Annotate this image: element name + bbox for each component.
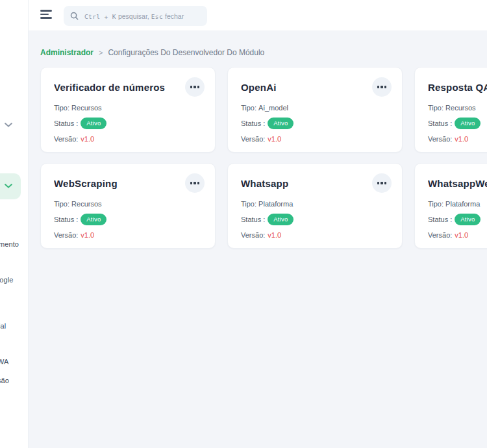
breadcrumb: Administrador > Configurações Do Desenvo… (40, 48, 264, 57)
status-badge: Ativo (455, 118, 481, 129)
ellipsis-icon (190, 182, 192, 184)
versao-value: v1.0 (268, 231, 281, 239)
chevron-down-icon[interactable] (4, 122, 13, 128)
module-title: OpenAi (241, 82, 277, 93)
status-label: Status : (241, 119, 265, 127)
tipo-value: Plataforma (445, 200, 480, 208)
more-options-button[interactable] (372, 173, 392, 193)
status-badge: Ativo (81, 214, 106, 225)
menu-icon (40, 10, 52, 11)
sidebar-item-label[interactable]: ial (0, 322, 6, 330)
ellipsis-icon (377, 86, 379, 88)
breadcrumb-root[interactable]: Administrador (40, 48, 94, 57)
tipo-label: Tipo: (54, 104, 69, 112)
module-card: Whatsapp Tipo: Plataforma Status :Ativo … (227, 163, 403, 249)
status-badge: Ativo (268, 118, 293, 129)
search-icon (70, 12, 79, 20)
tipo-label: Tipo: (241, 200, 256, 208)
versao-value: v1.0 (81, 135, 94, 143)
status-label: Status : (428, 119, 452, 127)
versao-label: Versão: (241, 135, 265, 143)
module-title: Resposta QAR (428, 82, 487, 93)
chevron-down-icon[interactable] (4, 183, 13, 189)
status-badge: Ativo (455, 214, 481, 225)
versao-label: Versão: (54, 231, 78, 239)
module-card: OpenAi Tipo: Ai_model Status :Ativo Vers… (227, 67, 403, 153)
versao-label: Versão: (428, 231, 452, 239)
main-content: Administrador > Configurações Do Desenvo… (29, 31, 487, 448)
tipo-label: Tipo: (428, 200, 443, 208)
ellipsis-icon (377, 182, 379, 184)
tipo-label: Tipo: (54, 200, 69, 208)
versao-value: v1.0 (455, 231, 468, 239)
sidebar-item-label[interactable]: WA (0, 358, 9, 366)
topbar: Ctrl + K pesquisar, Esc fechar (29, 0, 487, 31)
breadcrumb-separator: > (99, 49, 103, 56)
sidebar-item-label[interactable]: são (0, 377, 9, 384)
status-badge: Ativo (81, 118, 106, 129)
menu-icon (40, 14, 49, 15)
module-title: WebScraping (54, 178, 118, 189)
versao-value: v1.0 (81, 231, 94, 239)
status-label: Status : (54, 216, 78, 223)
ellipsis-icon (190, 86, 192, 88)
status-badge: Ativo (268, 214, 293, 225)
more-options-button[interactable] (372, 77, 392, 97)
sidebar-item-label[interactable]: mento (0, 240, 19, 248)
menu-icon (40, 17, 52, 18)
tipo-value: Recursos (71, 200, 101, 208)
module-card: WhatsappWeb Tipo: Plataforma Status :Ati… (414, 163, 487, 249)
tipo-value: Recursos (71, 104, 101, 112)
module-card: WebScraping Tipo: Recursos Status :Ativo… (40, 163, 216, 249)
status-label: Status : (428, 216, 452, 223)
module-card: Verificador de números Tipo: Recursos St… (40, 67, 216, 153)
tipo-label: Tipo: (241, 104, 256, 112)
tipo-label: Tipo: (428, 104, 443, 112)
tipo-value: Plataforma (258, 200, 293, 208)
status-label: Status : (241, 216, 265, 223)
tipo-value: Recursos (445, 104, 475, 112)
module-card: Resposta QAR Tipo: Recursos Status :Ativ… (414, 67, 487, 153)
search-input[interactable]: Ctrl + K pesquisar, Esc fechar (64, 6, 207, 26)
versao-value: v1.0 (268, 135, 281, 143)
breadcrumb-current: Configurações Do Desenvolvedor Do Módulo (108, 48, 264, 57)
versao-value: v1.0 (455, 135, 468, 143)
tipo-value: Ai_model (258, 104, 288, 112)
module-title: Verificador de números (54, 82, 165, 93)
search-placeholder: Ctrl + K pesquisar, Esc fechar (84, 12, 184, 20)
sidebar-item-label[interactable]: oogle (0, 276, 13, 284)
module-title: Whatsapp (241, 178, 288, 189)
sidebar: mento oogle ial WA são (0, 0, 29, 448)
menu-toggle-button[interactable] (40, 10, 53, 21)
versao-label: Versão: (241, 231, 265, 239)
versao-label: Versão: (54, 135, 78, 143)
more-options-button[interactable] (185, 77, 205, 97)
app-window: mento oogle ial WA são Ctrl + K pesquisa… (0, 0, 487, 448)
more-options-button[interactable] (185, 173, 205, 193)
status-label: Status : (54, 119, 78, 127)
module-card-grid: Verificador de números Tipo: Recursos St… (40, 67, 487, 249)
module-title: WhatsappWeb (428, 178, 487, 189)
versao-label: Versão: (428, 135, 452, 143)
